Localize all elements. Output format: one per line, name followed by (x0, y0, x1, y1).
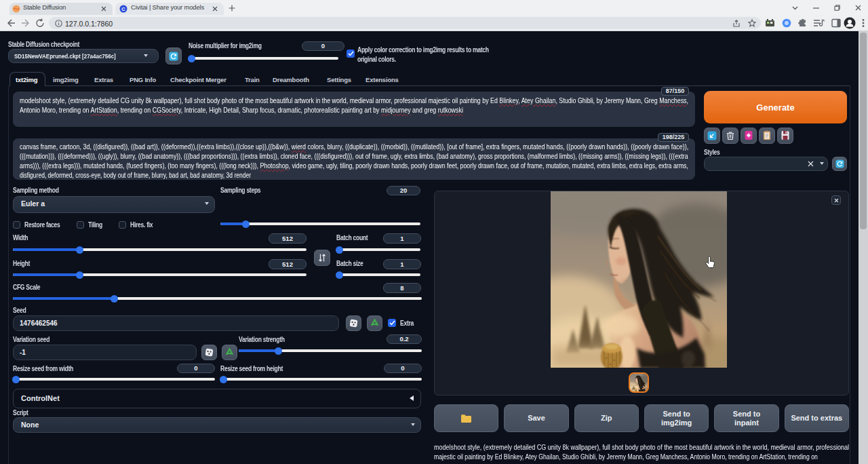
svg-text:C: C (121, 6, 125, 12)
